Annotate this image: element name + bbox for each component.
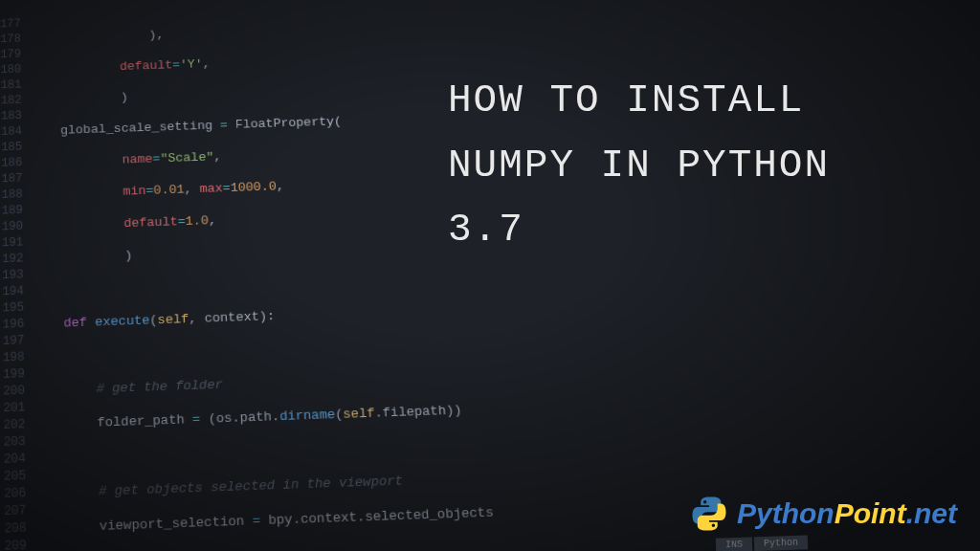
title-line: NUMPY IN PYTHON xyxy=(448,134,830,199)
status-lang: Python xyxy=(754,536,809,551)
brand-logo: PythonPoint.net xyxy=(689,494,957,534)
title-line: HOW TO INSTALL xyxy=(448,69,830,134)
title-line: 3.7 xyxy=(448,198,830,263)
python-logo-icon xyxy=(689,494,729,534)
brand-text: PythonPoint.net xyxy=(737,497,957,530)
statusbar: INS Python xyxy=(716,536,808,551)
status-mode: INS xyxy=(716,538,752,551)
article-title: HOW TO INSTALL NUMPY IN PYTHON 3.7 xyxy=(448,69,830,263)
